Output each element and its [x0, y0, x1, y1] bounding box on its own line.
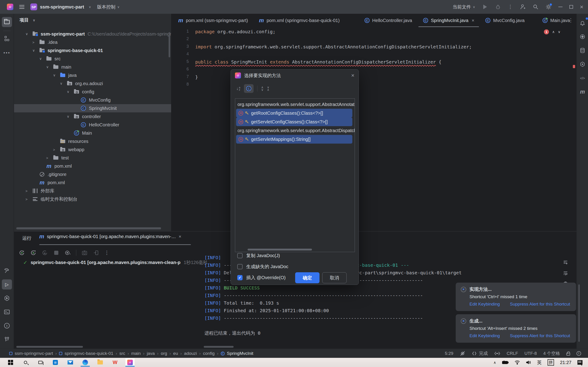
notification-card[interactable]: ✕ 生成... Shortcut 'Alt+Insert' missed 2 t…: [456, 314, 576, 343]
tree-row[interactable]: > 外部库: [14, 187, 171, 195]
breadcrumb-item[interactable]: java: [147, 351, 155, 356]
suppress-alert-link[interactable]: Suppress Alert for this Shortcut: [510, 302, 570, 307]
breadcrumb-item[interactable]: main: [131, 351, 141, 356]
show-classes-toggle[interactable]: [244, 84, 254, 93]
run-tree-node[interactable]: ✓ springmvc-base-quick-01 [org.apache.ma…: [23, 259, 207, 266]
tab-springmvcinit[interactable]: SpringMvcInit.java ×: [418, 14, 480, 27]
indent-selector[interactable]: 4 个空格: [543, 350, 560, 357]
breadcrumb-item[interactable]: SpringMvcInit: [227, 351, 253, 356]
project-widget[interactable]: SP ssm-springmvc-part ∨: [30, 3, 91, 10]
window-minimize-button[interactable]: [558, 7, 562, 7]
method-row[interactable]: m getServletConfigClasses():Class<?>[]: [236, 117, 352, 126]
services-tool-button[interactable]: [2, 293, 12, 303]
tree-row[interactable]: ∨ config: [14, 88, 171, 96]
more-tool-windows-icon[interactable]: •••: [2, 48, 12, 58]
inspection-widget[interactable]: 1 ∧ ∨: [544, 29, 561, 34]
chevron-icon[interactable]: ∨: [46, 65, 53, 69]
chevron-icon[interactable]: ∨: [39, 57, 46, 61]
run-button[interactable]: [482, 4, 488, 10]
suppress-alert-link[interactable]: Suppress Alert for this Shortcut: [510, 333, 570, 338]
debug-icon[interactable]: [495, 4, 501, 10]
soft-wrap-icon[interactable]: [563, 270, 568, 276]
action-center-icon[interactable]: [578, 360, 582, 365]
tree-row[interactable]: HelloController: [14, 121, 171, 129]
chevron-icon[interactable]: ∨: [60, 81, 67, 85]
chevron-icon[interactable]: ∨: [32, 48, 39, 52]
mail-icon[interactable]: [66, 358, 75, 367]
run-config-selector[interactable]: 当前文件 ∨: [453, 4, 475, 10]
checkbox-unchecked[interactable]: [237, 253, 242, 258]
rerun-with-params-icon[interactable]: [30, 250, 36, 256]
chevron-icon[interactable]: >: [26, 197, 32, 201]
analysis-status[interactable]: 完成: [472, 350, 488, 357]
breadcrumb-item[interactable]: eu: [173, 351, 178, 356]
task-view-icon[interactable]: [36, 358, 45, 367]
microsoft-store-icon[interactable]: ⊞: [51, 358, 60, 367]
chevron-icon[interactable]: ∨: [67, 115, 74, 119]
chevron-icon[interactable]: >: [53, 148, 60, 152]
chevron-icon[interactable]: >: [26, 189, 32, 193]
chevron-icon[interactable]: ∨: [67, 90, 74, 94]
exclamation-icon[interactable]: !: [577, 351, 581, 356]
chevron-icon[interactable]: >: [32, 40, 39, 44]
prev-error-icon[interactable]: ∧: [552, 30, 555, 34]
code-with-me-icon[interactable]: </>: [578, 73, 588, 83]
tree-row[interactable]: > .idea: [14, 38, 171, 46]
method-row[interactable]: m getServletMappings():String[]: [236, 135, 352, 144]
error-stripe-mark[interactable]: [573, 65, 575, 68]
maven-tool-icon[interactable]: m: [578, 87, 588, 97]
git-tool-button[interactable]: [2, 334, 12, 344]
settings-gear-icon[interactable]: [545, 4, 552, 10]
chevron-icon[interactable]: >: [46, 156, 53, 160]
close-icon[interactable]: ×: [351, 72, 355, 79]
code-vision-icon[interactable]: [494, 351, 500, 356]
insert-override-checkbox[interactable]: ✓ 插入 @Override(O): [237, 275, 285, 281]
wps-office-icon[interactable]: W: [111, 358, 120, 367]
taskbar-search-icon[interactable]: [21, 358, 30, 367]
run-tool-button[interactable]: ▷: [2, 279, 12, 290]
tree-row[interactable]: resources: [14, 137, 171, 145]
rerun-icon[interactable]: [19, 250, 25, 256]
list-horizontal-scrollbar[interactable]: [248, 249, 312, 250]
caret-position[interactable]: 5:29: [445, 351, 453, 356]
unlock-icon[interactable]: [566, 353, 570, 356]
checkbox-checked[interactable]: ✓: [237, 275, 242, 280]
tree-row[interactable]: Main: [14, 129, 171, 137]
file-explorer-icon[interactable]: [95, 358, 105, 367]
ai-assistant-icon[interactable]: [578, 32, 588, 42]
tree-row[interactable]: ∨ ssm-springmvc-part C:\Users\adouz\Idea…: [14, 30, 171, 38]
build-tool-button[interactable]: [2, 266, 12, 276]
tree-row[interactable]: .gitignore: [14, 170, 171, 178]
terminal-tool-button[interactable]: [2, 307, 12, 317]
run-tab[interactable]: m springmvc-base-quick-01 [org.apache.ma…: [39, 234, 181, 239]
chevron-icon[interactable]: ∨: [53, 73, 60, 77]
project-tool-button[interactable]: [2, 17, 12, 27]
clock[interactable]: 21:27: [560, 360, 571, 365]
edge-browser-icon[interactable]: [81, 358, 90, 367]
more-actions-icon[interactable]: ⋮: [104, 250, 109, 256]
tab-mvcconfig[interactable]: MvcConfig.java: [480, 14, 530, 27]
breadcrumb-item[interactable]: config: [203, 351, 215, 356]
filter-output-icon[interactable]: [65, 250, 71, 256]
main-menu-icon[interactable]: [19, 5, 24, 9]
methods-list[interactable]: org.springframework.web.servlet.support.…: [235, 98, 355, 252]
breadcrumb-item[interactable]: org: [161, 351, 167, 356]
more-actions-icon[interactable]: ⋮: [508, 4, 513, 10]
tree-row[interactable]: > webapp: [14, 145, 171, 154]
scroll-to-end-icon[interactable]: [563, 260, 568, 265]
cancel-button[interactable]: 取消: [322, 272, 346, 283]
tab-hellocontroller[interactable]: HelloController.java: [359, 14, 418, 27]
tab-options-icon[interactable]: ⋮: [568, 17, 573, 23]
ime-mode-indicator[interactable]: 拼: [548, 359, 554, 366]
tab-pom-ssm[interactable]: m pom.xml (ssm-springmvc-part): [173, 14, 253, 27]
horizontal-scrollbar[interactable]: [16, 227, 161, 229]
battery-icon[interactable]: [502, 361, 509, 364]
wifi-icon[interactable]: [515, 360, 520, 365]
tree-row[interactable]: m pom.xml: [14, 178, 171, 187]
volume-icon[interactable]: [526, 360, 531, 365]
expand-all-icon[interactable]: ∧∨: [261, 86, 263, 91]
generate-missing-javadoc-checkbox[interactable]: 生成缺失的 JavaDoc: [237, 264, 288, 270]
next-error-icon[interactable]: ∨: [558, 30, 561, 34]
hidden-icons-chevron[interactable]: ∧: [493, 360, 496, 365]
notification-scrollbar[interactable]: [578, 284, 580, 342]
